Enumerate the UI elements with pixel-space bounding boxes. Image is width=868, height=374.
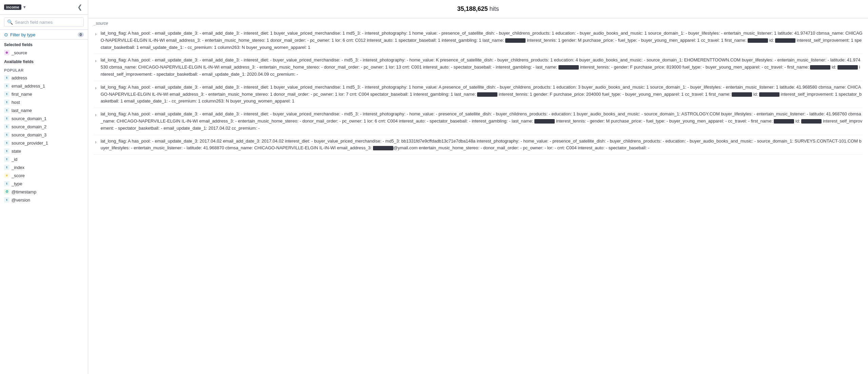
result-text: lat_long_flag: A has_pool: - email_updat… — [101, 84, 863, 105]
field-name: @version — [12, 198, 30, 203]
field-type-icon: t — [4, 108, 9, 113]
available-fields-label: Available fields — [0, 57, 88, 66]
result-row: › lat_long_flag: A has_pool: - email_upd… — [94, 54, 863, 81]
search-box: 🔍 — [0, 15, 88, 30]
source-section-label: _source — [94, 18, 863, 27]
results-container: _source › lat_long_flag: A has_pool: - e… — [88, 18, 868, 374]
field-type-icon: t — [4, 91, 9, 97]
field-item[interactable]: t host — [0, 98, 88, 106]
main-content: 35,188,625 hits _source › lat_long_flag:… — [88, 0, 868, 374]
field-type-icon: # — [4, 173, 9, 178]
field-type-icon: t — [4, 181, 9, 186]
collapse-sidebar-button[interactable]: ❮ — [76, 3, 84, 12]
field-type-icon: ⊕ — [4, 50, 9, 55]
field-item[interactable]: t source_domain_2 — [0, 123, 88, 131]
field-item[interactable]: t address — [0, 74, 88, 82]
sidebar: income ▾ ❮ 🔍 ⊙ Filter by type 0 Selected… — [0, 0, 88, 374]
field-item[interactable]: t source_domain_3 — [0, 131, 88, 139]
field-type-icon: t — [4, 124, 9, 129]
expand-result-button[interactable]: › — [94, 31, 98, 37]
field-name: @timestamp — [12, 189, 36, 194]
field-type-icon: t — [4, 132, 9, 137]
field-type-icon: t — [4, 83, 9, 89]
expand-result-button[interactable]: › — [94, 57, 98, 64]
hits-count: 35,188,625 — [457, 5, 488, 12]
field-name: first_name — [12, 92, 32, 97]
field-name: host — [12, 100, 20, 105]
result-text: lat_long_flag: A has_pool: - email_updat… — [101, 138, 863, 152]
results-list: › lat_long_flag: A has_pool: - email_upd… — [94, 27, 863, 155]
chevron-down-icon[interactable]: ▾ — [23, 5, 25, 10]
expand-result-button[interactable]: › — [94, 85, 98, 91]
field-name: source_domain_3 — [12, 132, 46, 137]
selected-fields-label: Selected fields — [0, 40, 88, 49]
field-name: _id — [12, 157, 17, 162]
field-type-icon: t — [4, 156, 9, 162]
hits-label: hits — [490, 5, 499, 12]
field-type-icon: t — [4, 165, 9, 170]
filter-row: ⊙ Filter by type 0 — [0, 30, 88, 40]
field-item[interactable]: t _type — [0, 180, 88, 188]
expand-result-button[interactable]: › — [94, 111, 98, 118]
field-item[interactable]: t first_name — [0, 90, 88, 98]
search-input[interactable] — [15, 20, 81, 25]
field-name: address — [12, 75, 27, 80]
index-title: income ▾ — [4, 4, 25, 10]
filter-by-type-label[interactable]: Filter by type — [10, 32, 76, 37]
result-row: › lat_long_flag: A has_pool: - email_upd… — [94, 81, 863, 108]
expand-result-button[interactable]: › — [94, 138, 98, 145]
field-item[interactable]: t _id — [0, 155, 88, 163]
field-item[interactable]: t _index — [0, 163, 88, 171]
field-name: _type — [12, 181, 22, 186]
filter-icon: ⊙ — [4, 32, 8, 37]
field-item[interactable]: ⏱ @timestamp — [0, 188, 88, 196]
search-input-wrap: 🔍 — [4, 17, 84, 27]
result-row: › lat_long_flag: A has_pool: - email_upd… — [94, 108, 863, 135]
result-row: › lat_long_flag: A has_pool: - email_upd… — [94, 135, 863, 155]
result-text: lat_long_flag: A has_pool: - email_updat… — [101, 30, 863, 51]
field-item[interactable]: t source_domain_1 — [0, 114, 88, 123]
field-name: state — [12, 149, 21, 154]
field-name: _index — [12, 165, 24, 170]
field-name: _source — [12, 50, 27, 55]
selected-field-item[interactable]: ⊕ _source — [0, 49, 88, 57]
field-name: last_name — [12, 108, 32, 113]
field-type-icon: t — [4, 197, 9, 203]
popular-label: Popular — [0, 66, 88, 74]
field-item[interactable]: t email_address_1 — [0, 82, 88, 90]
field-item[interactable]: t source_provider_1 — [0, 139, 88, 147]
result-text: lat_long_flag: A has_pool: - email_updat… — [101, 111, 863, 132]
hits-header: 35,188,625 hits — [88, 0, 868, 18]
field-type-icon: t — [4, 75, 9, 80]
field-type-icon: t — [4, 148, 9, 154]
field-name: source_domain_1 — [12, 116, 46, 121]
field-type-icon: t — [4, 140, 9, 146]
field-item[interactable]: # _score — [0, 171, 88, 180]
field-name: email_address_1 — [12, 83, 45, 89]
search-icon: 🔍 — [7, 19, 13, 25]
field-name: source_domain_2 — [12, 124, 46, 129]
field-type-icon: t — [4, 116, 9, 121]
field-item[interactable]: t last_name — [0, 106, 88, 114]
index-badge: income — [4, 4, 21, 10]
field-item[interactable]: t @version — [0, 196, 88, 204]
sidebar-header: income ▾ ❮ — [0, 0, 88, 15]
selected-fields-list: ⊕ _source — [0, 49, 88, 57]
filter-count-badge: 0 — [78, 32, 84, 37]
field-type-icon: t — [4, 99, 9, 105]
field-name: _score — [12, 173, 25, 178]
field-item[interactable]: t state — [0, 147, 88, 155]
result-text: lat_long_flag: A has_pool: - email_updat… — [101, 57, 863, 78]
field-type-icon: ⏱ — [4, 189, 9, 194]
field-name: source_provider_1 — [12, 141, 48, 146]
result-row: › lat_long_flag: A has_pool: - email_upd… — [94, 27, 863, 54]
popular-fields-list: t address t email_address_1 t first_name… — [0, 74, 88, 204]
